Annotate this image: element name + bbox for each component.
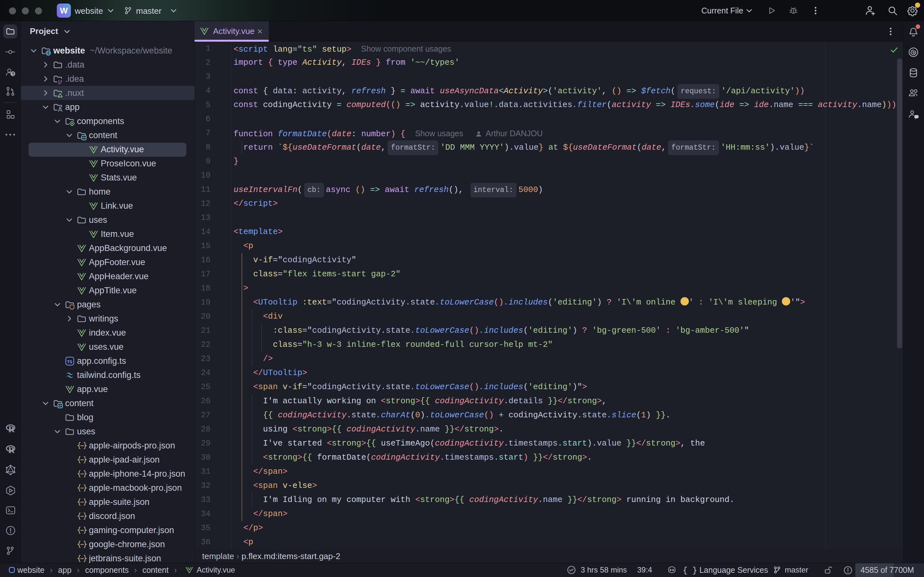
svg-text:?: ?	[12, 72, 14, 76]
svg-text:R: R	[8, 424, 15, 434]
svg-text:J: J	[60, 79, 62, 83]
svg-text:I: I	[58, 79, 59, 83]
svg-text:R: R	[8, 445, 15, 455]
svg-text:TS: TS	[67, 359, 72, 364]
